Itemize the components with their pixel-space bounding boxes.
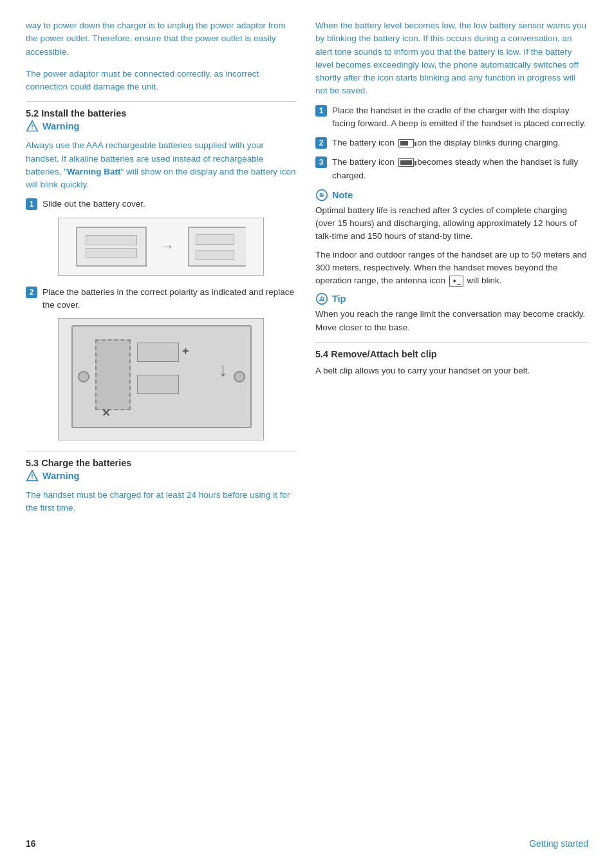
step-52-1: 1 Slide out the battery cover. <box>26 198 296 211</box>
battery-terminal <box>414 142 416 146</box>
right-step-1-text: Place the handset in the cradle of the c… <box>332 104 588 131</box>
step-52-2: 2 Place the batteries in the correct pol… <box>26 286 296 312</box>
right-step-1: 1 Place the handset in the cradle of the… <box>315 104 588 131</box>
antenna-icon: ✦⎯ <box>449 276 463 287</box>
divider-right <box>315 342 588 343</box>
svg-point-3 <box>32 478 33 479</box>
battery-slot-top <box>86 235 137 245</box>
page-section-label: Getting started <box>529 838 588 849</box>
battery-icon-partial <box>398 139 414 147</box>
battery-box-left <box>76 227 147 267</box>
plus-sign: + <box>182 344 189 358</box>
battery-right-bottom <box>196 250 234 260</box>
warning-icon-52 <box>26 120 39 133</box>
section-52-title: 5.2 Install the batteries <box>26 108 296 118</box>
intro-text-left2: The power adaptor must be connected corr… <box>26 68 296 94</box>
battery-fill-full <box>400 160 413 165</box>
section-53-title: 5.3 Charge the batteries <box>26 458 296 468</box>
circle-right <box>234 371 245 382</box>
right-intro-text: When the battery level becomes low, the … <box>315 19 588 98</box>
circle-left <box>78 371 89 382</box>
slide-illustration: → <box>58 218 264 276</box>
battery-pos <box>137 343 179 362</box>
warning-label-52: Warning <box>42 121 79 131</box>
section-54-title: 5.4 Remove/Attach belt clip <box>315 349 588 359</box>
right-step-2: 2 The battery icon on the display blinks… <box>315 137 588 149</box>
step-num-2: 2 <box>26 287 37 298</box>
note-label: Note <box>332 190 353 200</box>
battery-box-right <box>188 227 246 267</box>
tip-text: When you reach the range limit the conve… <box>315 308 588 334</box>
battery-terminal-full <box>414 161 416 165</box>
warning-icon-53 <box>26 469 39 482</box>
right-step-3: 3 The battery icon becomes steady when t… <box>315 156 588 182</box>
battery-slide-diagram: → <box>26 218 296 276</box>
svg-point-1 <box>32 129 33 130</box>
warning-text-53: The handset must be charged for at least… <box>26 489 296 515</box>
battery-neg <box>137 375 179 394</box>
warning-text-52: Always use the AAA rechargeable batterie… <box>26 139 296 191</box>
intro-text-left: way to power down the charger is to unpl… <box>26 19 296 59</box>
section-52-header: 5.2 Install the batteries Warning <box>26 108 296 135</box>
tip-header: Tip <box>315 292 588 305</box>
warning-line-53: Warning <box>26 469 296 482</box>
section-53-header: 5.3 Charge the batteries Warning <box>26 458 296 485</box>
battery-icon-full <box>398 158 414 167</box>
section-54-text: A belt clip allows you to carry your han… <box>315 364 588 377</box>
tip-icon <box>315 292 328 305</box>
right-column: When the battery level becomes low, the … <box>315 19 588 826</box>
divider-2 <box>26 451 296 451</box>
step-num-1: 1 <box>26 198 37 210</box>
battery-right-top <box>196 234 234 245</box>
step-52-2-text: Place the batteries in the correct polar… <box>42 286 296 312</box>
page-footer: 16 Getting started <box>26 838 588 849</box>
tip-section: Tip When you reach the range limit the c… <box>315 292 588 334</box>
battery-compartment <box>95 339 131 410</box>
right-step-2-text: The battery icon on the display blinks d… <box>332 137 560 149</box>
note-text-1: Optimal battery life is reached after 3 … <box>315 204 588 243</box>
right-step-3-text: The battery icon becomes steady when the… <box>332 156 588 182</box>
right-step-num-2: 2 <box>315 137 327 149</box>
arrow-right-icon: → <box>160 238 174 255</box>
warning-line-52: Warning <box>26 120 296 133</box>
warning-label-53: Warning <box>42 471 79 481</box>
right-step-num-1: 1 <box>315 105 327 117</box>
polarity-illustration: + ↓ ✕ <box>58 318 264 440</box>
note-icon <box>315 189 328 202</box>
note-text-2: The indoor and outdoor ranges of the han… <box>315 249 588 288</box>
page: way to power down the charger is to unpl… <box>0 0 614 868</box>
divider-1 <box>26 101 296 102</box>
section-54-header: 5.4 Remove/Attach belt clip <box>315 349 588 361</box>
battery-slot-bottom <box>86 248 137 258</box>
note-header: Note <box>315 189 588 202</box>
battery-polarity-diagram: + ↓ ✕ <box>26 318 296 440</box>
tip-label: Tip <box>332 294 346 304</box>
device-body: + ↓ ✕ <box>71 325 252 428</box>
note-section: Note Optimal battery life is reached aft… <box>315 189 588 288</box>
x-mark: ✕ <box>102 407 110 419</box>
battery-fill <box>400 141 408 146</box>
page-number: 16 <box>26 838 36 849</box>
right-step-num-3: 3 <box>315 156 327 168</box>
arrow-down-icon: ↓ <box>218 359 228 381</box>
step-52-1-text: Slide out the battery cover. <box>42 198 145 211</box>
left-column: way to power down the charger is to unpl… <box>26 19 296 826</box>
